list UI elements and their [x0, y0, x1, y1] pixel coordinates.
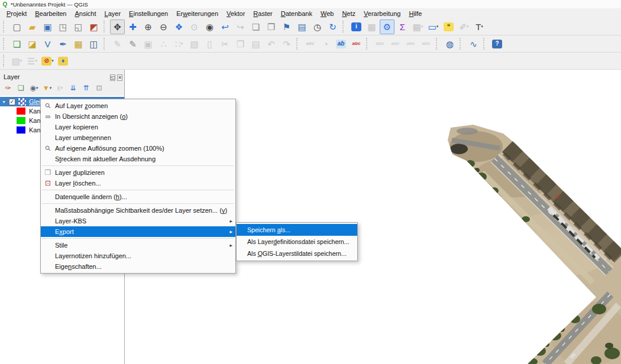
add-mesh-layer-button[interactable]: ✒ [56, 37, 70, 51]
menu-web[interactable]: Web [316, 9, 338, 18]
zoom-next-button[interactable]: ↪ [233, 20, 248, 34]
filter-by-expression-button[interactable]: ε▾ [54, 83, 66, 94]
menu-item-layernotizen-hinzufügen[interactable]: Layernotizen hinzufügen... [41, 251, 235, 261]
add-vector-layer-button[interactable]: ❏ [9, 37, 24, 51]
dropdown-caret-icon[interactable]: ▾ [60, 86, 63, 90]
rotate-label-button[interactable]: abc [403, 37, 418, 51]
zoom-to-selection-button[interactable]: ⊙ [187, 20, 202, 34]
menu-datenbank[interactable]: Datenbank [277, 9, 316, 18]
zoom-full-button[interactable]: ❖ [172, 20, 186, 34]
menu-item-stile[interactable]: Stile▸ [41, 240, 235, 251]
menu-item-layer-kopieren[interactable]: Layer kopieren [41, 122, 235, 132]
zoom-native-resolution-button[interactable]: ◉ [202, 20, 217, 34]
select-features-button[interactable]: ▧▾ [9, 54, 24, 69]
current-edits-button[interactable]: ✎ [110, 37, 125, 51]
new-annotation-button[interactable]: ✐▾ [457, 20, 471, 34]
modify-attributes-button[interactable]: ▧ [187, 37, 202, 51]
toolbar-drag-handle[interactable] [104, 38, 108, 50]
dropdown-caret-icon[interactable]: ▾ [20, 58, 22, 63]
menu-layer[interactable]: Layer [101, 9, 125, 18]
new-print-layout-button[interactable]: ◳ [56, 20, 70, 34]
new-project-button[interactable]: ▢ [9, 20, 24, 34]
remove-layer-button[interactable]: ⊡ [93, 83, 105, 94]
vertex-tool-button[interactable]: ∷▾ [172, 37, 186, 51]
undo-button[interactable]: ↶ [264, 37, 279, 51]
select-by-location-button[interactable]: ♦ [56, 54, 70, 69]
dropdown-caret-icon[interactable]: ▾ [467, 24, 469, 29]
menu-item-als-layerdefinitionsdatei-speichern[interactable]: Als Layerdefinitionsdatei speichern... [237, 236, 357, 248]
dropdown-caret-icon[interactable]: ▾ [36, 86, 38, 90]
digitize-button[interactable]: ∴ [156, 37, 171, 51]
menu-raster[interactable]: Raster [249, 9, 276, 18]
refresh-map-button[interactable]: ↻ [325, 20, 340, 34]
map-tips-button[interactable]: ❝ [441, 20, 456, 34]
toolbar-drag-handle[interactable] [483, 38, 487, 50]
save-project-button[interactable]: ▣ [40, 20, 55, 34]
labeling-button[interactable]: abc [303, 37, 318, 51]
zoom-in-button[interactable]: ⊕ [141, 20, 156, 34]
dropdown-caret-icon[interactable]: ▾ [51, 58, 54, 63]
cut-features-button[interactable]: ✂ [218, 37, 232, 51]
add-virtual-layer-button[interactable]: ▦ [71, 37, 86, 51]
close-panel-button[interactable]: ✕ [117, 74, 122, 81]
dropdown-caret-icon[interactable]: ▾ [35, 58, 37, 63]
toolbar-drag-handle[interactable] [366, 38, 370, 50]
toolbar-drag-handle[interactable] [342, 21, 347, 32]
styling-panel-button[interactable]: ✑ [2, 83, 14, 94]
select-by-value-button[interactable]: ☰▾ [25, 54, 40, 69]
collapse-all-button[interactable]: ⇈ [80, 83, 92, 94]
data-source-manager-button[interactable]: ◫ [86, 37, 101, 51]
pan-map-button[interactable]: ✥ [110, 20, 125, 34]
dropdown-caret-icon[interactable]: ▾ [421, 24, 423, 29]
show-bookmarks-button[interactable]: ❐ [264, 20, 279, 34]
toolbar-drag-handle[interactable] [3, 38, 7, 50]
menu-item-auf-eigene-auflösung-zoomen-100[interactable]: ⚲Auf eigene Auflösung zoomen (100%) [41, 143, 235, 154]
menu-item-als-qgis-layerstildatei-speichern[interactable]: Als QGIS-Layerstildatei speichern... [237, 248, 357, 259]
menu-item-datenquelle-ändern-h[interactable]: Datenquelle ändern (h)... [41, 191, 235, 202]
toolbar-drag-handle[interactable] [436, 38, 440, 50]
statistical-summary-button[interactable]: ▦ [364, 20, 379, 34]
new-bookmark-button[interactable]: ❏ [248, 20, 263, 34]
menu-vektor[interactable]: Vektor [222, 9, 249, 18]
redo-button[interactable]: ↷ [279, 37, 294, 51]
menu-item-layer-umbenennen[interactable]: Layer umbenennen [41, 132, 235, 143]
metasearch-button[interactable]: ◍ [442, 37, 457, 51]
paste-features-button[interactable]: ▤ [248, 37, 263, 51]
menu-erweiterungen[interactable]: Erweiterungen [172, 9, 222, 18]
toolbar-drag-handle[interactable] [460, 38, 464, 50]
menu-item-in-übersicht-anzeigen-o[interactable]: ∞In Übersicht anzeigen (o) [41, 111, 235, 122]
menu-item-strecken-mit-aktueller-ausdehnung[interactable]: Strecken mit aktueller Ausdehnung [41, 154, 235, 164]
menu-item-speichern-als[interactable]: Speichern als... [237, 224, 357, 236]
manage-map-themes-button[interactable]: ◉▾ [28, 83, 40, 94]
move-label-button[interactable]: abc [388, 37, 403, 51]
toolbar-drag-handle[interactable] [296, 38, 300, 50]
temporal-controller-button[interactable]: ◷ [310, 20, 325, 34]
float-panel-button[interactable]: ◱ [110, 74, 116, 81]
menu-item-layer-kbs[interactable]: Layer-KBS▸ [41, 216, 235, 226]
attribute-table-button[interactable]: ▦▾ [410, 20, 425, 34]
menu-bearbeiten[interactable]: Bearbeiten [31, 9, 70, 18]
bookmark-manager-button[interactable]: ▤ [295, 20, 309, 34]
pin-labels-button[interactable]: ab [334, 37, 348, 51]
dropdown-caret-icon[interactable]: ▾ [436, 24, 439, 29]
menu-ansicht[interactable]: Ansicht [70, 9, 100, 18]
help-button[interactable]: ? [490, 37, 504, 51]
menu-item-layer-duplizieren[interactable]: ❐Layer duplizieren [41, 167, 235, 178]
filter-legend-button[interactable]: ▼▾ [41, 83, 53, 94]
add-delimited-text-layer-button[interactable]: V [40, 37, 55, 51]
python-console-button[interactable]: ∿ [466, 37, 481, 51]
deselect-all-layers-button[interactable]: ⊘▾ [40, 54, 55, 69]
zoom-last-button[interactable]: ↩ [218, 20, 232, 34]
menu-verarbeitung[interactable]: Verarbeitung [360, 9, 405, 18]
copy-features-button[interactable]: ❐ [233, 37, 248, 51]
processing-toolbox-button[interactable]: ⚙ [380, 20, 394, 34]
toolbar-drag-handle[interactable] [3, 21, 7, 32]
add-raster-layer-button[interactable]: ◪ [25, 37, 40, 51]
menu-item-eigenschaften[interactable]: Eigenschaften... [41, 261, 235, 272]
highlight-pinned-labels-button[interactable]: abc [349, 37, 364, 51]
menu-hilfe[interactable]: Hilfe [405, 9, 426, 18]
open-project-button[interactable]: ▰ [25, 20, 40, 34]
diagram-button[interactable]: ◔ [318, 37, 333, 51]
dropdown-caret-icon[interactable]: ▾ [50, 86, 52, 90]
style-manager-button[interactable]: ◩ [86, 20, 101, 34]
